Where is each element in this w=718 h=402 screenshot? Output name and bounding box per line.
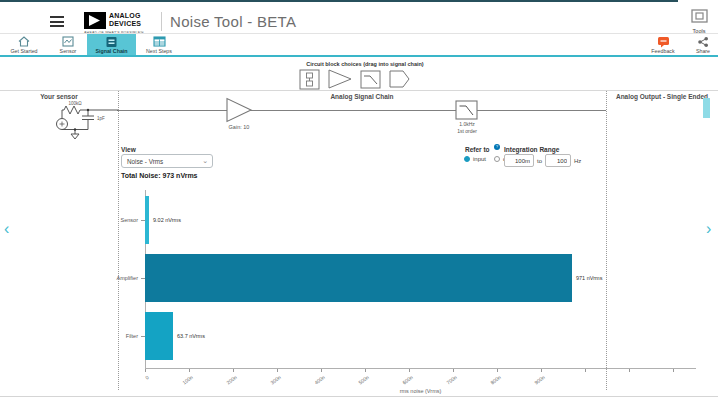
capacitor-value-label: 1pF <box>97 116 105 121</box>
x-tick-mark <box>585 369 586 372</box>
adi-logo-mark <box>84 12 106 29</box>
tab-sensor[interactable]: Sensor <box>50 34 86 55</box>
filter-frequency-label: 1.0kHz <box>436 121 498 127</box>
x-tick-mark <box>497 369 498 372</box>
x-tick-mark <box>365 369 366 372</box>
tab-next-steps[interactable]: Next Steps <box>138 34 180 55</box>
filter-order-label: 1st order <box>436 128 498 134</box>
tools-icon <box>691 9 708 23</box>
adi-triangle-icon <box>84 12 106 29</box>
category-tick <box>141 278 145 279</box>
left-chevron[interactable]: ‹ <box>4 221 9 237</box>
x-tick-mark <box>233 369 234 372</box>
category-tick <box>141 336 145 337</box>
sensor-icon <box>50 35 86 48</box>
bar-value-label: 971 nVrms <box>576 275 602 281</box>
unit-label: Hz <box>574 158 581 164</box>
share-label: Share <box>689 48 717 54</box>
palette-title: Circuit block choices (drag into signal … <box>0 61 718 67</box>
feedback-button[interactable]: Feedback <box>640 34 686 55</box>
refer-to-label: Refer to <box>465 146 490 153</box>
home-icon <box>2 35 46 48</box>
logo-line2: DEVICES <box>109 20 141 28</box>
bar-filter[interactable] <box>145 312 173 360</box>
next-steps-icon <box>138 35 180 48</box>
signal-wire <box>117 110 606 111</box>
logo-line1: ANALOG <box>109 12 141 20</box>
tools-button[interactable]: Tools <box>686 9 712 34</box>
view-label: View <box>121 146 136 153</box>
x-tick-mark <box>453 369 454 372</box>
tab-signal-chain[interactable]: Signal Chain <box>87 34 136 55</box>
tab-get-started-label: Get Started <box>2 48 46 54</box>
x-tick-mark <box>277 369 278 372</box>
bar-value-label: 9.02 nVrms <box>153 217 181 223</box>
menu-icon[interactable] <box>50 16 64 30</box>
bar-amplifier[interactable] <box>145 254 572 302</box>
amplifier-symbol[interactable] <box>224 97 254 124</box>
tab-signal-chain-label: Signal Chain <box>87 48 136 54</box>
x-tick-mark <box>541 369 542 372</box>
x-tick-mark <box>189 369 190 372</box>
section-separator <box>0 90 718 91</box>
category-label: Filter <box>58 333 138 339</box>
sensor-circuit[interactable]: 100kΩ 1pF <box>46 98 118 146</box>
x-tick-mark <box>321 369 322 372</box>
bar-value-label: 63.7 nVrms <box>177 333 205 339</box>
resistor-value-label: 100kΩ <box>68 101 82 106</box>
analog-output-title: Analog Output - Single Ended <box>606 93 718 100</box>
total-noise-heading: Total Noise: 973 nVrms <box>121 172 198 179</box>
share-button[interactable]: Share <box>689 34 717 55</box>
left-section-divider <box>118 91 119 390</box>
app-title: Noise Tool - BETA <box>170 13 296 30</box>
tab-get-started[interactable]: Get Started <box>2 34 46 55</box>
integration-range-row: to Hz <box>504 154 581 167</box>
category-tick <box>141 220 145 221</box>
x-tick-mark <box>145 369 146 372</box>
header-divider <box>161 12 162 31</box>
noise-tool-app: ANALOG DEVICES AHEAD OF WHAT'S POSSIBLE™… <box>0 0 718 402</box>
category-label: Sensor <box>58 217 138 223</box>
view-dropdown-value: Noise - Vrms <box>127 158 163 165</box>
feedback-icon <box>640 35 686 48</box>
share-icon <box>689 35 717 48</box>
integration-from-field[interactable] <box>504 154 534 167</box>
x-tick-mark <box>409 369 410 372</box>
page-bottom-border <box>0 396 718 397</box>
output-scroll-indicator <box>703 98 710 118</box>
top-accent-line <box>0 0 678 2</box>
gain-label: Gain: 10 <box>209 124 269 130</box>
adi-logo-text: ANALOG DEVICES <box>109 12 141 27</box>
bar-sensor[interactable] <box>145 196 149 244</box>
feedback-label: Feedback <box>640 48 686 54</box>
radio-input-label: input <box>473 156 486 162</box>
right-section-divider <box>606 91 607 390</box>
chevron-down-icon: ⌄ <box>202 157 208 165</box>
to-word: to <box>537 158 542 164</box>
tab-next-steps-label: Next Steps <box>138 48 180 54</box>
toolbar-accent-border <box>0 55 718 57</box>
x-tick-mark <box>673 369 674 372</box>
category-label: Amplifier <box>58 275 138 281</box>
integration-range-label: Integration Range <box>504 146 559 153</box>
right-chevron[interactable]: › <box>706 221 711 237</box>
x-axis-line <box>145 368 696 369</box>
radio-output[interactable] <box>494 156 500 162</box>
tab-sensor-label: Sensor <box>50 48 86 54</box>
view-dropdown[interactable]: Noise - Vrms ⌄ <box>121 154 213 168</box>
x-tick-mark <box>629 369 630 372</box>
info-icon[interactable]: ? <box>494 144 500 150</box>
filter-symbol[interactable] <box>455 100 478 120</box>
analog-signal-chain-title: Analog Signal Chain <box>118 93 606 100</box>
integration-to-field[interactable] <box>545 154 571 167</box>
x-axis-title: rms noise (Vrms) <box>145 388 696 394</box>
signal-chain-icon <box>87 35 136 48</box>
radio-input[interactable] <box>464 156 470 162</box>
